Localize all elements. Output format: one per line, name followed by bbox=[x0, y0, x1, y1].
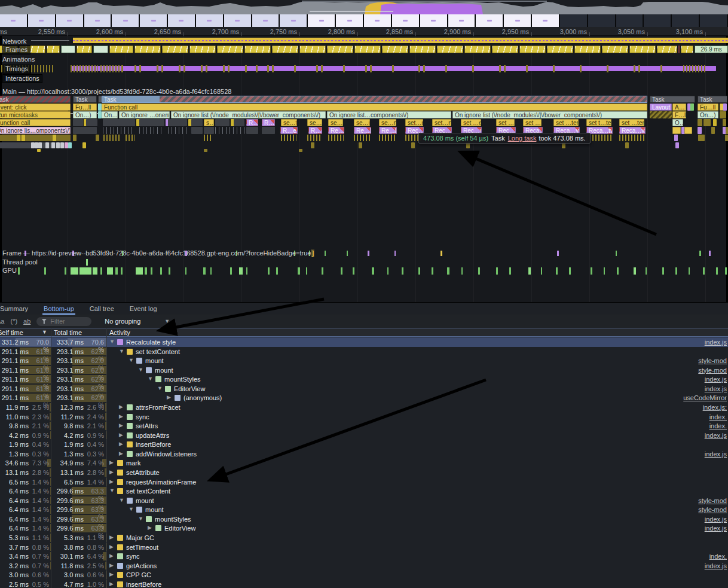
flame-event[interactable] bbox=[674, 135, 678, 141]
flame-event[interactable]: Task bbox=[698, 96, 727, 103]
source-link[interactable]: index.js bbox=[705, 385, 727, 392]
flame-event[interactable]: On…) bbox=[73, 111, 97, 118]
disclosure-triangle[interactable]: ▶ bbox=[119, 413, 123, 419]
table-row[interactable]: 291.1 ms61.6 %293.1 ms62.0 %▼mountStyles… bbox=[0, 374, 728, 384]
disclosure-triangle[interactable]: ▶ bbox=[109, 469, 114, 475]
table-row[interactable]: 11.9 ms2.5 %12.3 ms2.6 %▶attrsFromFaceti… bbox=[0, 403, 728, 412]
flame-event[interactable] bbox=[299, 149, 302, 152]
track-label-timings[interactable]: Timings bbox=[2, 65, 31, 74]
disclosure-triangle[interactable]: ▼ bbox=[138, 367, 143, 373]
flame-event[interactable] bbox=[690, 103, 694, 111]
flame-event[interactable] bbox=[726, 127, 728, 134]
source-link[interactable]: style-mod bbox=[698, 506, 727, 513]
filmstrip-thumbnail[interactable] bbox=[588, 14, 616, 27]
flame-event[interactable]: se…nt bbox=[354, 119, 370, 126]
filmstrip-thumbnail[interactable] bbox=[420, 14, 448, 27]
flame-event[interactable] bbox=[68, 142, 72, 148]
source-link[interactable]: index.js bbox=[705, 516, 727, 523]
flame-event[interactable] bbox=[354, 135, 371, 141]
flame-event[interactable]: Function call bbox=[0, 119, 71, 126]
filmstrip-thumbnail[interactable] bbox=[56, 14, 84, 27]
flame-event[interactable] bbox=[0, 135, 71, 141]
flame-event[interactable] bbox=[619, 135, 645, 141]
flame-event[interactable]: On…) bbox=[698, 111, 718, 118]
filmstrip-thumbnail[interactable] bbox=[504, 14, 532, 27]
track-label-network[interactable]: Network bbox=[2, 38, 26, 45]
flame-chart[interactable]: TaskTaskTaskTaskTaskEvent: clickFu…llFun… bbox=[0, 36, 728, 302]
table-row[interactable]: 6.4 ms1.4 %299.6 ms63.3 %▼mountstyle-mod bbox=[0, 496, 728, 505]
flame-event[interactable]: set …tent bbox=[553, 119, 579, 126]
filmstrip-thumbnail[interactable] bbox=[168, 14, 196, 27]
source-link[interactable]: index. bbox=[709, 422, 727, 429]
table-row[interactable]: 3.2 ms0.7 %11.8 ms2.5 %▶getActionsindex.… bbox=[0, 561, 728, 571]
disclosure-triangle[interactable]: ▼ bbox=[109, 339, 115, 345]
flame-event[interactable] bbox=[234, 119, 244, 126]
table-row[interactable]: 6.4 ms1.4 %299.6 ms63.3 %▶EditorViewinde… bbox=[0, 523, 728, 533]
flame-event[interactable]: Task bbox=[102, 96, 647, 103]
flame-event[interactable] bbox=[701, 135, 705, 141]
flame-event[interactable] bbox=[359, 142, 362, 148]
filmstrip-thumbnail[interactable] bbox=[28, 14, 56, 27]
table-row[interactable]: 331.2 ms70.0 %333.7 ms70.6 %▼Recalculate… bbox=[0, 337, 728, 347]
track-label-thread-pool[interactable]: Thread pool bbox=[2, 258, 38, 266]
regex-icon[interactable]: (*) bbox=[10, 318, 17, 325]
filmstrip-thumbnail[interactable] bbox=[672, 14, 700, 27]
flame-event[interactable]: Fu…ll bbox=[698, 103, 718, 111]
disclosure-triangle[interactable]: ▶ bbox=[148, 525, 152, 531]
flame-event[interactable] bbox=[168, 127, 187, 134]
track-label-gpu[interactable]: GPU bbox=[2, 267, 17, 274]
filmstrip-thumbnail[interactable] bbox=[308, 14, 336, 27]
tab-bottom-up[interactable]: Bottom-up bbox=[42, 304, 75, 315]
filmstrip-thumbnail[interactable] bbox=[224, 14, 252, 27]
disclosure-triangle[interactable]: ▶ bbox=[119, 422, 123, 428]
table-row[interactable]: 13.1 ms2.8 %13.1 ms2.8 %▶setAttribute bbox=[0, 468, 728, 477]
flame-event[interactable] bbox=[725, 135, 728, 141]
flame-event[interactable] bbox=[262, 127, 275, 134]
screenshot-filmstrip[interactable] bbox=[0, 14, 728, 27]
flame-event[interactable]: On ignore lis…omponents\/) bbox=[0, 127, 71, 134]
flame-event[interactable]: se…t bbox=[328, 119, 343, 126]
flame-event[interactable]: Reca…yle bbox=[619, 127, 646, 134]
flame-event[interactable]: Task bbox=[650, 96, 695, 103]
filmstrip-thumbnail[interactable] bbox=[392, 14, 420, 27]
flame-event[interactable]: set …ent bbox=[496, 119, 515, 126]
table-row[interactable]: 3.0 ms0.6 %3.0 ms0.6 %▶CPP GC bbox=[0, 570, 728, 580]
source-link[interactable]: useCodeMirror bbox=[683, 394, 727, 401]
flame-event[interactable] bbox=[672, 127, 681, 134]
flame-event[interactable] bbox=[246, 127, 258, 134]
source-link[interactable]: index.js bbox=[705, 376, 727, 383]
flame-event[interactable] bbox=[37, 149, 41, 152]
disclosure-triangle[interactable]: ▶ bbox=[109, 479, 114, 485]
flame-event[interactable] bbox=[698, 127, 702, 134]
flame-event[interactable] bbox=[38, 142, 42, 148]
sort-descending-icon[interactable]: ▼ bbox=[42, 329, 47, 335]
flame-event[interactable] bbox=[103, 119, 135, 126]
filmstrip-thumbnail[interactable] bbox=[84, 14, 112, 27]
table-row[interactable]: 4.2 ms0.9 %4.2 ms0.9 %▶updateAttrsindex.… bbox=[0, 431, 728, 440]
flame-event[interactable] bbox=[103, 135, 121, 141]
flame-event[interactable]: Layout bbox=[650, 103, 672, 111]
table-row[interactable]: 11.0 ms2.3 %11.2 ms2.4 %▶syncindex. bbox=[0, 412, 728, 422]
flame-event[interactable] bbox=[191, 127, 203, 134]
table-row[interactable]: 2.5 ms0.5 %4.7 ms1.0 %▶insertBefore bbox=[0, 580, 728, 588]
chevron-down-icon[interactable]: ▼ bbox=[164, 318, 170, 324]
filmstrip-thumbnail[interactable] bbox=[616, 14, 644, 27]
filmstrip-thumbnail[interactable] bbox=[252, 14, 280, 27]
flame-event[interactable] bbox=[675, 142, 679, 148]
flame-event[interactable] bbox=[311, 142, 314, 148]
flame-event[interactable] bbox=[53, 135, 56, 141]
flame-event[interactable] bbox=[684, 127, 692, 134]
table-row[interactable]: 3.7 ms0.8 %3.8 ms0.8 %▶setTimeout bbox=[0, 543, 728, 552]
source-link[interactable]: index.js bbox=[705, 339, 727, 346]
flame-event[interactable] bbox=[307, 135, 322, 141]
flame-event[interactable]: R… bbox=[246, 119, 258, 126]
flame-event[interactable]: Re…e bbox=[328, 127, 344, 134]
flame-event[interactable] bbox=[281, 135, 296, 141]
disclosure-triangle[interactable]: ▶ bbox=[109, 581, 114, 587]
disclosure-triangle[interactable]: ▼ bbox=[138, 516, 143, 522]
flame-event[interactable] bbox=[713, 119, 717, 126]
flame-event[interactable]: A… bbox=[672, 103, 686, 111]
flame-event[interactable] bbox=[82, 142, 86, 148]
tab-event-log[interactable]: Event log bbox=[129, 304, 158, 315]
flame-event[interactable]: set t…tent bbox=[586, 119, 611, 126]
